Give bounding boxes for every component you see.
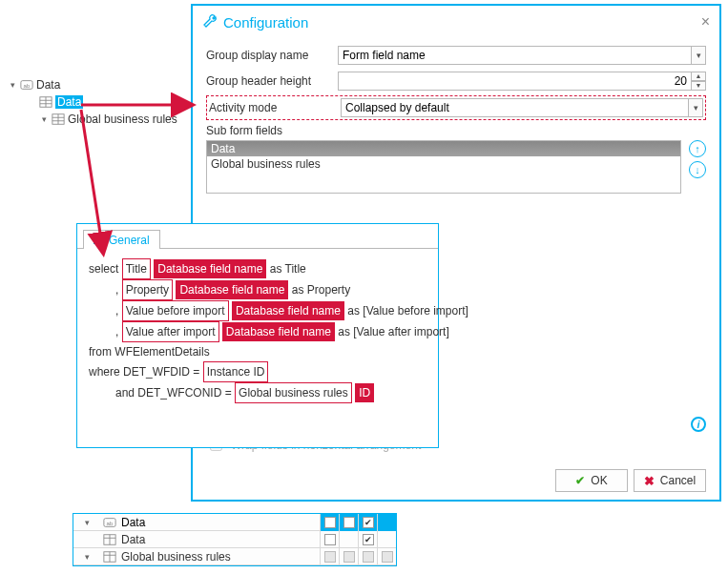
cancel-button[interactable]: ✖Cancel [634, 469, 706, 492]
checkbox[interactable] [363, 534, 374, 545]
checkbox[interactable] [363, 517, 374, 528]
table-row[interactable]: ▾ ab Data [73, 514, 396, 531]
window-icon [94, 233, 105, 247]
abc-icon: ab [100, 516, 119, 529]
tree-item-data[interactable]: Data [6, 93, 187, 111]
token-field[interactable]: Database field name [232, 301, 344, 320]
dialog-header: Configuration × [193, 6, 719, 38]
tree-item-label: Global business rules [68, 113, 177, 126]
table-icon [39, 95, 52, 109]
tree-item-label: Data [55, 95, 83, 109]
tab-general[interactable]: General [83, 230, 160, 249]
move-up-button[interactable]: ↑ [689, 140, 706, 157]
list-item[interactable]: Global business rules [207, 156, 680, 172]
token-field[interactable]: Database field name [176, 280, 288, 299]
label-activity-mode: Activity mode [209, 101, 341, 114]
cancel-icon: ✖ [644, 474, 655, 488]
dialog-title: Configuration [223, 14, 308, 31]
row-group-display-name: Group display name ▾ [206, 44, 706, 67]
table-row[interactable]: ▾ Global business rules [73, 548, 396, 565]
dropdown-icon[interactable]: ▾ [688, 98, 703, 117]
token-instance-id[interactable]: Instance ID [203, 361, 269, 382]
table-row[interactable]: Data [73, 531, 396, 548]
general-editor: General select Title Database field name… [76, 223, 439, 448]
subform-listbox[interactable]: Data Global business rules [206, 140, 681, 194]
label-group-header-height: Group header height [206, 74, 338, 88]
info-icon[interactable]: i [691, 417, 706, 432]
tab-strip: General [77, 224, 438, 249]
spinner: ▲ ▼ [691, 72, 706, 91]
token-field[interactable]: Database field name [222, 322, 335, 341]
input-activity-mode[interactable] [341, 98, 688, 117]
chevron-down-icon[interactable]: ▾ [82, 518, 92, 527]
table-icon [52, 113, 65, 126]
checkbox[interactable] [343, 517, 355, 528]
row-label: Data [119, 516, 320, 529]
token-property[interactable]: Property [122, 279, 173, 300]
checkbox[interactable] [363, 551, 374, 563]
tab-label: General [109, 234, 150, 247]
checkbox[interactable] [324, 534, 336, 545]
dropdown-icon[interactable]: ▾ [691, 46, 706, 65]
tree-root-row[interactable]: ▾ ab Data [6, 76, 187, 93]
token-id[interactable]: ID [355, 383, 374, 402]
check-icon: ✔ [575, 474, 585, 487]
matrix-grid: ▾ ab Data Data ▾ Global business rules [73, 513, 397, 566]
chevron-down-icon[interactable]: ▾ [39, 114, 49, 124]
input-group-display-name[interactable] [338, 46, 691, 65]
table-icon [100, 533, 119, 546]
token-field[interactable]: Database field name [154, 259, 266, 278]
checkbox[interactable] [324, 551, 336, 563]
list-item[interactable]: Data [207, 141, 680, 156]
sql-area[interactable]: select Title Database field name as Titl… [77, 249, 438, 413]
token-gbr[interactable]: Global business rules [235, 382, 352, 403]
row-activity-mode: Activity mode ▾ [206, 95, 706, 120]
abc-icon: ab [20, 78, 33, 92]
input-group-header-height[interactable] [338, 72, 691, 91]
ok-button[interactable]: ✔OK [555, 469, 628, 492]
checkbox[interactable] [382, 551, 393, 563]
token-value-after[interactable]: Value after import [122, 321, 219, 342]
checkbox[interactable] [343, 551, 355, 563]
tree-item-gbr[interactable]: ▾ Global business rules [6, 111, 187, 128]
spin-down-icon[interactable]: ▼ [691, 81, 706, 91]
label-group-display-name: Group display name [206, 49, 338, 62]
token-title[interactable]: Title [122, 258, 151, 279]
svg-text:ab: ab [24, 82, 31, 89]
svg-text:ab: ab [107, 519, 114, 525]
subform-fields-label: Sub form fields [206, 124, 706, 137]
wrench-icon [202, 13, 218, 31]
row-group-header-height: Group header height ▲ ▼ [206, 70, 706, 92]
tree-panel: ▾ ab Data Data ▾ Global business rules [6, 76, 187, 128]
close-icon[interactable]: × [701, 13, 710, 31]
token-value-before[interactable]: Value before import [122, 300, 229, 321]
spin-up-icon[interactable]: ▲ [691, 72, 706, 81]
move-down-button[interactable]: ↓ [689, 161, 706, 178]
table-icon [100, 550, 119, 564]
row-label: Global business rules [119, 550, 320, 564]
checkbox[interactable] [324, 517, 336, 528]
tree-root-label: Data [36, 78, 60, 92]
row-label: Data [119, 533, 320, 546]
chevron-down-icon[interactable]: ▾ [8, 80, 17, 90]
svg-rect-10 [94, 234, 105, 244]
chevron-down-icon[interactable]: ▾ [82, 552, 92, 562]
